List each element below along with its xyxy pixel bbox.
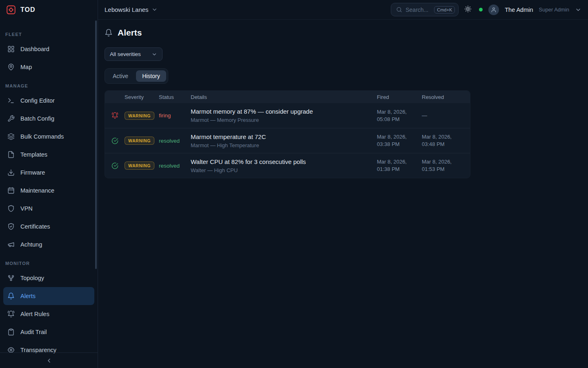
- search-icon: [396, 7, 402, 13]
- table-header-row: SeverityStatusDetailsFiredResolved: [105, 91, 470, 103]
- alert-row[interactable]: WARNINGfiringMarmot memory at 87% — cons…: [105, 103, 470, 128]
- sidebar-item-alert-rules[interactable]: Alert Rules: [3, 305, 94, 323]
- sidebar-item-label: Config Editor: [20, 97, 55, 104]
- sidebar-section-label: MANAGE: [0, 79, 98, 92]
- avatar[interactable]: [488, 4, 499, 15]
- org-selector-label: Lebowski Lanes: [105, 6, 149, 13]
- search-shortcut-badge: Cmd+K: [434, 6, 455, 13]
- status-cell: resolved: [159, 138, 191, 144]
- resolved-cell: Mar 8, 2026, 03:48 PM: [422, 133, 470, 148]
- fired-cell: Mar 8, 2026, 05:08 PM: [377, 108, 422, 123]
- alert-subtitle: Walter — High CPU: [191, 167, 370, 173]
- sidebar-item-label: Templates: [20, 151, 47, 158]
- sidebar-item-label: Certificates: [20, 223, 50, 230]
- chevron-down-icon: [151, 52, 157, 57]
- bell-alert-icon: [111, 112, 118, 119]
- sidebar-section-manage: MANAGEConfig EditorBatch ConfigBulk Comm…: [0, 79, 98, 254]
- alert-row-icon-cell: [105, 112, 125, 119]
- wrench-icon: [7, 115, 15, 122]
- user-icon: [491, 7, 497, 13]
- sidebar-item-label: Dashboard: [20, 46, 49, 52]
- check-circle-icon: [111, 162, 118, 169]
- sidebar-item-certificates[interactable]: Certificates: [3, 218, 94, 236]
- sidebar-item-label: Map: [20, 64, 32, 70]
- details-cell: Walter CPU at 82% for 3 consecutive poll…: [191, 154, 377, 177]
- alerts-table: SeverityStatusDetailsFiredResolved WARNI…: [105, 90, 470, 178]
- sidebar-item-label: Alerts: [20, 293, 36, 299]
- sidebar-item-batch-config[interactable]: Batch Config: [3, 110, 94, 128]
- sidebar-item-vpn[interactable]: VPN: [3, 200, 94, 218]
- sidebar-item-alerts[interactable]: Alerts: [3, 287, 94, 305]
- sidebar-item-label: Firmware: [20, 169, 45, 176]
- resolved-cell: —: [422, 112, 470, 119]
- megaphone-icon: [7, 241, 15, 248]
- details-cell: Marmot temperature at 72CMarmot — High T…: [191, 129, 377, 153]
- status-cell: firing: [159, 112, 191, 119]
- severity-cell: WARNING: [125, 162, 159, 170]
- sidebar-section-fleet: FLEETDashboardMap: [0, 28, 98, 76]
- table-header-details: Details: [191, 94, 377, 100]
- alert-row[interactable]: WARNINGresolvedWalter CPU at 82% for 3 c…: [105, 153, 470, 178]
- theme-toggle-button[interactable]: [464, 5, 473, 14]
- sidebar-nav: FLEETDashboardMapMANAGEConfig EditorBatc…: [0, 20, 98, 359]
- sidebar-item-label: VPN: [20, 205, 33, 212]
- shield-icon: [7, 205, 15, 212]
- sidebar-item-dashboard[interactable]: Dashboard: [3, 40, 94, 58]
- alert-title: Walter CPU at 82% for 3 consecutive poll…: [191, 158, 370, 165]
- sidebar-item-firmware[interactable]: Firmware: [3, 164, 94, 182]
- sidebar-item-label: Topology: [20, 275, 44, 281]
- layers-icon: [7, 133, 15, 140]
- network-icon: [7, 274, 15, 282]
- sidebar-item-bulk-commands[interactable]: Bulk Commands: [3, 128, 94, 146]
- file-icon: [7, 151, 15, 158]
- alert-row[interactable]: WARNINGresolvedMarmot temperature at 72C…: [105, 128, 470, 153]
- sidebar-item-config-editor[interactable]: Config Editor: [3, 92, 94, 110]
- search-input[interactable]: [405, 7, 431, 13]
- user-role-badge: Super Admin: [539, 7, 569, 13]
- tab-history[interactable]: History: [136, 70, 166, 82]
- sidebar-item-label: Bulk Commands: [20, 133, 64, 140]
- page-title: Alerts: [118, 28, 142, 38]
- main-area: Lebowski Lanes Cmd+K The Admin Super Adm…: [98, 0, 588, 368]
- org-selector[interactable]: Lebowski Lanes: [105, 6, 158, 13]
- sidebar-item-templates[interactable]: Templates: [3, 146, 94, 164]
- details-cell: Marmot memory at 87% — consider upgradeM…: [191, 104, 377, 127]
- sidebar-item-achtung[interactable]: Achtung: [3, 236, 94, 254]
- sidebar-item-label: Maintenance: [20, 187, 54, 194]
- sidebar-item-label: Batch Config: [20, 115, 54, 122]
- resolved-cell: Mar 8, 2026, 01:53 PM: [422, 158, 470, 173]
- sidebar-section-label: MONITOR: [0, 257, 98, 269]
- sidebar-item-topology[interactable]: Topology: [3, 269, 94, 287]
- alert-row-icon-cell: [105, 137, 125, 144]
- chevron-down-icon: [151, 7, 158, 13]
- sidebar: TOD FLEETDashboardMapMANAGEConfig Editor…: [0, 0, 98, 368]
- alert-title: Marmot memory at 87% — consider upgrade: [191, 108, 370, 115]
- alert-title: Marmot temperature at 72C: [191, 133, 370, 140]
- sidebar-section-monitor: MONITORTopologyAlertsAlert RulesAudit Tr…: [0, 257, 98, 359]
- severity-filter-select[interactable]: All severities: [105, 47, 163, 61]
- bell-icon: [105, 29, 113, 37]
- user-menu-chevron-icon[interactable]: [575, 7, 581, 13]
- severity-badge: WARNING: [125, 137, 154, 145]
- tab-active[interactable]: Active: [107, 70, 134, 82]
- connection-status-dot: [479, 8, 483, 11]
- alert-subtitle: Marmot — Memory Pressure: [191, 117, 370, 123]
- sidebar-scrollbar[interactable]: [95, 20, 97, 269]
- sidebar-item-label: Alert Rules: [20, 311, 49, 317]
- sidebar-collapse-button[interactable]: [43, 355, 55, 366]
- sidebar-item-maintenance[interactable]: Maintenance: [3, 182, 94, 200]
- sidebar-item-map[interactable]: Map: [3, 58, 94, 76]
- bell-icon: [7, 292, 15, 300]
- content: Alerts All severities ActiveHistory Seve…: [98, 20, 588, 178]
- terminal-icon: [7, 97, 15, 104]
- brand-logo-icon: [6, 4, 16, 15]
- chevron-left-icon: [46, 357, 52, 364]
- severity-cell: WARNING: [125, 112, 159, 120]
- sidebar-item-audit-trail[interactable]: Audit Trail: [3, 323, 94, 341]
- status-cell: resolved: [159, 163, 191, 169]
- alert-row-icon-cell: [105, 162, 125, 169]
- search-box[interactable]: Cmd+K: [391, 3, 459, 16]
- topbar: Lebowski Lanes Cmd+K The Admin Super Adm…: [98, 0, 588, 20]
- map-pin-icon: [7, 63, 15, 71]
- topbar-right: Cmd+K The Admin Super Admin: [391, 3, 581, 16]
